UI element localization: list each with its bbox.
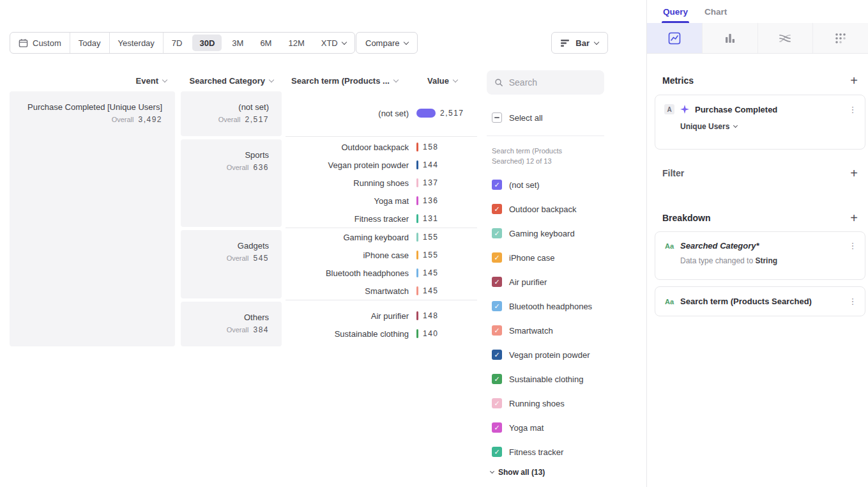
filter-item[interactable]: ✓Vegan protein powder (492, 343, 592, 367)
data-type-note: Data type changed to String (680, 256, 865, 265)
value-bar (416, 178, 418, 187)
filter-item[interactable]: ✓Air purifier (492, 270, 592, 294)
term-row[interactable]: Smartwatch145 (286, 282, 477, 300)
filter-item-label: Outdoor backpack (509, 205, 577, 214)
term-row[interactable]: (not set)2,517 (286, 104, 477, 122)
filter-item[interactable]: ✓Sustainable clothing (492, 367, 592, 391)
filter-item[interactable]: ✓(not set) (492, 173, 592, 197)
tab-insights[interactable] (647, 23, 703, 53)
add-metric-button[interactable]: + (850, 76, 858, 85)
checkbox-checked[interactable]: ✓ (492, 277, 502, 287)
query-builder-panel: Query Chart (647, 0, 868, 487)
add-breakdown-button[interactable]: + (850, 213, 858, 222)
term-row[interactable]: Vegan protein powder144 (286, 156, 477, 174)
term-label: Fitness tracker (286, 214, 409, 224)
checkbox-checked[interactable]: ✓ (492, 350, 502, 360)
term-row[interactable]: Yoga mat136 (286, 192, 477, 210)
breakdown-kebab-menu[interactable]: ⋮ (848, 241, 857, 251)
term-row[interactable]: Sustainable clothing140 (286, 325, 477, 343)
chevron-down-icon (393, 77, 399, 82)
checkbox-checked[interactable]: ✓ (492, 398, 502, 408)
column-header-search-term[interactable]: Search term (Products ... (291, 74, 398, 87)
checkbox-checked[interactable]: ✓ (492, 325, 502, 336)
term-label: iPhone case (286, 251, 409, 260)
column-header-event[interactable]: Event (10, 74, 167, 87)
term-value-column: (not set)2,517Outdoor backpack158Vegan p… (286, 91, 477, 343)
select-all-row[interactable]: Select all (492, 112, 543, 123)
series-list: ✓(not set)✓Outdoor backpack✓Gaming keybo… (492, 173, 592, 464)
date-range-button-custom[interactable]: Custom (10, 33, 70, 53)
event-cell[interactable]: Purchase Completed [Unique Users] Overal… (10, 91, 175, 346)
term-row[interactable]: Air purifier148 (286, 307, 477, 325)
column-header-value[interactable]: Value (427, 74, 457, 87)
filter-item[interactable]: ✓Fitness tracker (492, 440, 592, 464)
filter-item[interactable]: ✓Smartwatch (492, 318, 592, 343)
series-search[interactable] (487, 70, 604, 95)
select-all-checkbox-indeterminate[interactable] (492, 112, 502, 123)
value-bar (416, 214, 418, 223)
tab-flows[interactable] (758, 23, 814, 53)
filter-item-label: Smartwatch (509, 326, 553, 336)
breakdown-card[interactable]: Aa Searched Category* ⋮ Data type change… (655, 231, 865, 280)
category-cell[interactable]: OthersOverall384 (181, 302, 282, 346)
breakdown-card[interactable]: Aa Search term (Products Searched) ⋮ (655, 286, 865, 316)
filter-item-label: Yoga mat (509, 423, 544, 433)
term-label: Yoga mat (286, 196, 409, 206)
tab-retention[interactable] (813, 23, 868, 53)
value-number: 155 (423, 233, 439, 242)
checkbox-checked[interactable]: ✓ (492, 301, 502, 311)
filter-item-label: iPhone case (509, 253, 555, 263)
date-range-button-6m[interactable]: 6M (252, 33, 280, 53)
date-range-button-3m[interactable]: 3M (224, 33, 252, 53)
term-row[interactable]: Fitness tracker131 (286, 210, 477, 228)
checkbox-checked[interactable]: ✓ (492, 180, 502, 190)
tab-funnels[interactable] (703, 23, 758, 53)
chevron-down-icon (342, 39, 347, 44)
checkbox-checked[interactable]: ✓ (492, 374, 502, 384)
filter-section-title: Filter (662, 168, 684, 178)
metric-card[interactable]: A Purchase Completed ⋮ Unique Users (655, 95, 865, 150)
term-row[interactable]: Gaming keyboard155 (286, 228, 477, 246)
date-range-button-7d[interactable]: 7D (164, 33, 191, 53)
date-range-button-today[interactable]: Today (70, 33, 110, 53)
filter-item[interactable]: ✓Gaming keyboard (492, 221, 592, 245)
checkbox-checked[interactable]: ✓ (492, 204, 502, 214)
filter-item[interactable]: ✓Yoga mat (492, 415, 592, 440)
filter-item[interactable]: ✓iPhone case (492, 245, 592, 270)
show-all-button[interactable]: Show all (13) (491, 468, 545, 477)
term-label: Smartwatch (286, 286, 409, 296)
value-bar (416, 329, 418, 338)
date-range-button-12m[interactable]: 12M (280, 33, 312, 53)
event-sparkle-icon (680, 105, 689, 114)
tab-query[interactable]: Query (663, 0, 688, 23)
metric-kebab-menu[interactable]: ⋮ (848, 105, 857, 114)
category-cell[interactable]: (not set)Overall2,517 (181, 91, 282, 136)
filter-item[interactable]: ✓Running shoes (492, 391, 592, 415)
checkbox-checked[interactable]: ✓ (492, 252, 502, 263)
value-number: 148 (423, 311, 439, 320)
term-row[interactable]: Outdoor backpack158 (286, 138, 477, 156)
column-header-searched-category[interactable]: Searched Category (181, 74, 273, 87)
measure-selector[interactable]: Unique Users (680, 122, 737, 131)
compare-button[interactable]: Compare (356, 32, 418, 54)
value-bar (416, 196, 418, 205)
value-number: 145 (423, 286, 439, 295)
date-range-button-xtd[interactable]: XTD (313, 33, 354, 53)
filter-item[interactable]: ✓Bluetooth headphones (492, 294, 592, 318)
add-filter-button[interactable]: + (850, 169, 858, 178)
checkbox-checked[interactable]: ✓ (492, 447, 502, 457)
term-row[interactable]: Running shoes137 (286, 174, 477, 192)
breakdown-kebab-menu[interactable]: ⋮ (848, 297, 857, 306)
search-input[interactable] (509, 77, 597, 88)
checkbox-checked[interactable]: ✓ (492, 422, 502, 433)
category-cell[interactable]: GadgetsOverall545 (181, 230, 282, 298)
checkbox-checked[interactable]: ✓ (492, 228, 502, 238)
chevron-down-icon (453, 77, 458, 82)
date-range-button-yesterday[interactable]: Yesterday (110, 33, 164, 53)
tab-chart[interactable]: Chart (704, 0, 727, 23)
term-row[interactable]: iPhone case155 (286, 246, 477, 264)
filter-item[interactable]: ✓Outdoor backpack (492, 197, 592, 221)
date-range-button-30d[interactable]: 30D (192, 35, 222, 51)
term-row[interactable]: Bluetooth headphones145 (286, 264, 477, 282)
category-cell[interactable]: SportsOverall636 (181, 139, 282, 227)
